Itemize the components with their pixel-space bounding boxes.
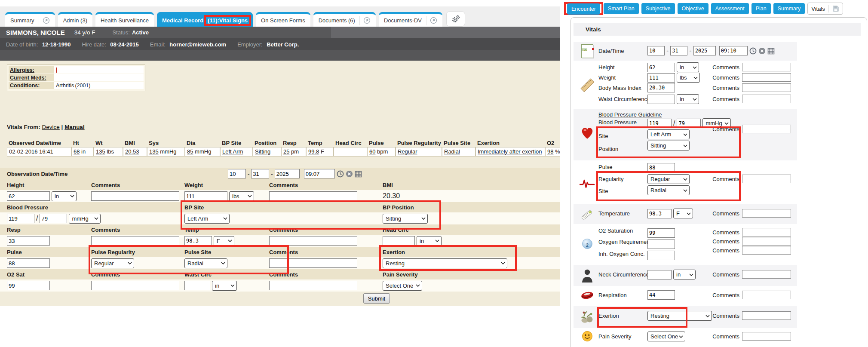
respiration-comments-input[interactable] [742, 291, 791, 299]
neck-comments-input[interactable] [742, 270, 791, 279]
pain-severity-select[interactable]: Select One [647, 332, 685, 341]
pulse-site-select[interactable]: Radial [184, 258, 227, 268]
tab-objective[interactable]: Objective [678, 3, 709, 14]
vitals-from-device-link[interactable]: Device [42, 124, 60, 130]
vitals-time-input[interactable] [719, 46, 748, 55]
waist-comments-input[interactable] [269, 281, 357, 290]
bp-position-select[interactable]: Sitting [383, 214, 428, 224]
neck-unit-select[interactable]: in [673, 270, 696, 279]
waist-unit-select[interactable]: in [677, 94, 699, 104]
tab-documents-dv[interactable]: Documents-DV [379, 12, 442, 27]
inh-oxygen-conc-input[interactable] [647, 251, 675, 260]
vitals-day-input[interactable] [670, 46, 687, 55]
weight-input[interactable] [184, 191, 227, 201]
bp-diastolic-input[interactable] [677, 119, 701, 128]
temperature-comments-input[interactable] [742, 209, 791, 218]
pain-severity-select[interactable]: Select One [383, 281, 422, 291]
clear-icon[interactable] [758, 47, 766, 55]
bmi-input[interactable] [647, 83, 675, 92]
tab-health-surveillance[interactable]: Health Surveillance [95, 12, 154, 27]
waist-input[interactable] [647, 95, 675, 104]
height-unit-select[interactable]: in [52, 191, 77, 201]
submit-button[interactable]: Submit [363, 293, 390, 304]
bp-site-select[interactable]: Left Arm [184, 214, 230, 224]
vitals-year-input[interactable] [693, 46, 716, 55]
o2-saturation-input[interactable] [647, 228, 675, 238]
open-in-new-icon[interactable] [39, 16, 50, 25]
temperature-unit-select[interactable]: F [673, 209, 693, 218]
pulse-site-select[interactable]: Radial [647, 185, 690, 195]
exertion-comments-input[interactable] [742, 311, 791, 320]
tab-on-screen-forms[interactable]: On Screen Forms [256, 12, 310, 27]
pulse-input[interactable] [647, 163, 675, 172]
tab-summary-right[interactable]: Summary [773, 3, 805, 14]
bp-systolic-input[interactable] [7, 214, 34, 223]
height-input[interactable] [7, 191, 50, 201]
temp-input[interactable] [184, 236, 212, 246]
waist-unit-select[interactable]: in [212, 281, 237, 291]
head-circ-unit-select[interactable]: in [417, 236, 442, 246]
o2-saturation-comments-input[interactable] [742, 228, 791, 236]
vitals-month-input[interactable] [647, 46, 665, 55]
tab-encounter[interactable]: Encounter [567, 3, 600, 15]
save-icon[interactable] [832, 5, 839, 12]
tab-summary[interactable]: Summary [5, 12, 55, 27]
allergies-link[interactable]: Allergies: [9, 66, 54, 74]
height-unit-select[interactable]: in [677, 62, 699, 72]
pulse-comments-input[interactable] [269, 258, 357, 268]
inh-oxygen-conc-comments-input[interactable] [742, 246, 791, 255]
weight-unit-select[interactable]: lbs [229, 191, 254, 201]
tab-assessment[interactable]: Assessment [711, 3, 749, 14]
temp-unit-select[interactable]: F [214, 236, 234, 246]
bp-guideline-link[interactable]: Blood Pressure Guideline [598, 111, 662, 118]
bp-site-select[interactable]: Left Arm [647, 129, 690, 139]
obs-month-input[interactable] [228, 169, 246, 178]
bp-systolic-input[interactable] [647, 119, 672, 128]
neck-circumference-input[interactable] [647, 270, 672, 279]
weight-input[interactable] [647, 73, 675, 83]
bp-position-select[interactable]: Sitting [647, 141, 690, 150]
pulse-regularity-select[interactable]: Regular [647, 174, 690, 184]
pulse-input[interactable] [7, 258, 50, 268]
clock-icon[interactable] [749, 47, 757, 55]
open-in-new-icon[interactable] [359, 16, 371, 25]
clear-icon[interactable] [346, 170, 353, 178]
open-in-new-icon[interactable] [426, 16, 437, 25]
bmi-comments-input[interactable] [742, 83, 791, 92]
calendar-icon[interactable] [355, 170, 362, 178]
settings-gear-button[interactable] [446, 11, 465, 27]
height-input[interactable] [647, 63, 675, 72]
calendar-icon[interactable] [767, 47, 775, 55]
conditions-link[interactable]: Conditions: [9, 82, 54, 89]
clock-icon[interactable] [337, 170, 344, 178]
temp-comments-input[interactable] [269, 236, 357, 246]
tab-documents[interactable]: Documents (6) [313, 12, 376, 27]
pain-comments-input[interactable] [742, 332, 791, 341]
obs-year-input[interactable] [275, 169, 300, 178]
obs-time-input[interactable] [304, 169, 335, 178]
obs-day-input[interactable] [251, 169, 269, 178]
weight-comments-input[interactable] [742, 73, 791, 82]
tab-admin[interactable]: Admin (3) [58, 12, 92, 27]
pulse-comments-input[interactable] [742, 175, 791, 183]
height-comments-input[interactable] [742, 63, 791, 71]
height-comments-input[interactable] [91, 191, 179, 201]
resp-input[interactable] [7, 236, 50, 246]
waist-circ-input[interactable] [184, 281, 210, 290]
tab-plan[interactable]: Plan [751, 3, 771, 14]
tab-vitals-active[interactable]: Vitals [807, 3, 843, 15]
weight-unit-select[interactable]: lbs [677, 73, 700, 83]
bp-unit-select[interactable]: mmHg [69, 214, 101, 224]
waist-comments-input[interactable] [742, 95, 791, 103]
head-circ-input[interactable] [383, 236, 415, 246]
tab-subjective[interactable]: Subjective [641, 3, 675, 14]
current-meds-link[interactable]: Current Meds: [9, 74, 54, 81]
bp-diastolic-input[interactable] [40, 214, 67, 223]
o2-sat-input[interactable] [7, 281, 50, 290]
oxygen-requirement-input[interactable] [647, 240, 675, 249]
vitals-from-manual-link[interactable]: Manual [64, 124, 85, 130]
tab-medical-record-vital-signs[interactable]: Medical Record (11):Vital Signs [157, 12, 253, 27]
o2-comments-input[interactable] [91, 281, 179, 290]
weight-comments-input[interactable] [269, 191, 357, 201]
pulse-regularity-select[interactable]: Regular [91, 258, 134, 268]
